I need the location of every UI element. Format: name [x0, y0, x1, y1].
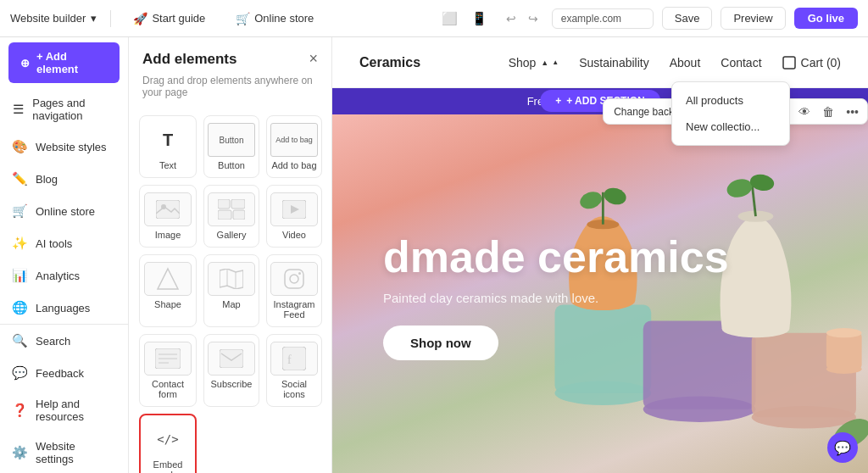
brand-label: Website builder [10, 12, 86, 25]
analytics-icon: 📊 [12, 268, 27, 283]
element-add-to-bag[interactable]: Add to bag Add to bag [266, 115, 322, 178]
nav-link-contact[interactable]: Contact [721, 56, 761, 70]
social-icons-element-icon: f [270, 342, 318, 376]
start-guide-button[interactable]: 🚀 Start guide [125, 8, 214, 30]
element-image[interactable]: Image [139, 185, 197, 248]
chat-icon: 💬 [834, 440, 851, 456]
plus-section-icon: + [555, 95, 561, 107]
map-element-icon [208, 262, 255, 296]
sidebar-item-website-settings[interactable]: ⚙️ Website settings [0, 431, 128, 473]
element-embed-code[interactable]: </> Embed code [139, 414, 197, 473]
svg-rect-20 [282, 347, 306, 370]
nav-link-shop[interactable]: Shop ▲ [509, 56, 559, 70]
desktop-icon: ⬜ [442, 11, 458, 25]
nav-link-sustainability[interactable]: Sustainability [579, 56, 649, 70]
pages-icon: ☰ [12, 102, 24, 117]
store-icon: 🛒 [236, 12, 250, 25]
elements-grid: T Text Button Button Add to bag Add to b… [129, 109, 331, 473]
element-subscribe[interactable]: Subscribe [203, 334, 259, 407]
styles-icon: 🎨 [12, 139, 27, 154]
plus-icon: ⊕ [20, 57, 30, 70]
brand-logo[interactable]: Website builder ▾ [10, 12, 97, 25]
search-icon: 🔍 [12, 333, 27, 348]
redo-button[interactable]: ↪ [523, 8, 543, 29]
contact-form-element-icon [144, 342, 192, 376]
panel-subtitle: Drag and drop elements anywhere on your … [129, 71, 331, 109]
undo-button[interactable]: ↩ [501, 8, 521, 29]
subscribe-element-icon [208, 342, 255, 376]
element-contact-form[interactable]: Contact form [139, 334, 197, 407]
svg-point-14 [298, 272, 301, 275]
website-canvas: Ceramics Shop ▲ Sustainability About Con… [332, 37, 868, 473]
dropdown-all-products[interactable]: All products [672, 87, 789, 114]
toolbar-more-button[interactable]: ••• [841, 100, 864, 124]
dropdown-new-collection[interactable]: New collectio... [672, 114, 789, 140]
svg-marker-8 [158, 269, 178, 289]
sidebar-item-blog[interactable]: ✏️ Blog [0, 163, 128, 195]
nav-cart[interactable]: Cart (0) [782, 56, 841, 70]
rocket-icon: 🚀 [133, 12, 147, 25]
panel-close-button[interactable]: × [309, 51, 318, 66]
main-layout: ⊕ + Add element ☰ Pages and navigation 🎨… [0, 37, 868, 473]
element-image-label: Image [155, 230, 181, 240]
nav-logo: Ceramics [359, 55, 420, 70]
preview-button[interactable]: Preview [721, 7, 785, 30]
add-element-button[interactable]: ⊕ + Add element [8, 42, 120, 83]
save-button[interactable]: Save [662, 7, 713, 30]
element-video-label: Video [282, 230, 306, 240]
shop-now-button[interactable]: Shop now [383, 326, 498, 360]
sidebar-bottom: 🔍 Search 💬 Feedback ❓ Help and resources… [0, 324, 128, 473]
sidebar-item-feedback[interactable]: 💬 Feedback [0, 357, 128, 389]
blog-icon: ✏️ [12, 171, 27, 186]
website-navbar: Ceramics Shop ▲ Sustainability About Con… [332, 37, 868, 88]
nav-link-about[interactable]: About [670, 56, 701, 70]
instagram-element-icon [270, 262, 318, 296]
svg-rect-19 [220, 349, 243, 368]
svg-rect-12 [285, 270, 303, 288]
top-bar-right: ⬜ 📱 ↩ ↪ Save Preview Go live [437, 7, 858, 30]
divider [110, 10, 111, 27]
element-social-icons[interactable]: f Social icons [266, 334, 322, 407]
shape-element-icon [144, 262, 192, 296]
sidebar-item-website-styles[interactable]: 🎨 Website styles [0, 131, 128, 163]
chat-support-button[interactable]: 💬 [827, 432, 858, 463]
sidebar-item-languages[interactable]: 🌐 Languages [0, 292, 128, 324]
element-instagram-feed[interactable]: Instagram Feed [266, 254, 322, 327]
top-bar: Website builder ▾ 🚀 Start guide 🛒 Online… [0, 0, 868, 37]
nav-links: Shop ▲ Sustainability About Contact Car [509, 56, 841, 70]
element-button-label: Button [218, 160, 245, 170]
svg-rect-40 [826, 333, 862, 370]
toolbar-delete-button[interactable]: 🗑 [817, 100, 839, 124]
sidebar-item-ai-tools[interactable]: ✨ AI tools [0, 227, 128, 259]
element-gallery-label: Gallery [217, 230, 247, 240]
image-element-icon [144, 192, 192, 226]
element-shape[interactable]: Shape [139, 254, 197, 327]
sidebar-item-search[interactable]: 🔍 Search [0, 325, 128, 357]
element-text[interactable]: T Text [139, 115, 197, 178]
gallery-element-icon [208, 192, 255, 226]
undo-redo-group: ↩ ↪ [501, 8, 543, 29]
embed-code-element-icon: </> [144, 422, 192, 456]
element-gallery[interactable]: Gallery [203, 185, 259, 248]
sidebar-item-analytics[interactable]: 📊 Analytics [0, 259, 128, 292]
element-video[interactable]: Video [266, 185, 322, 248]
shop-dropdown-icon: ▲ [541, 58, 548, 67]
domain-input[interactable] [552, 8, 654, 29]
store-nav-icon: 🛒 [12, 203, 27, 219]
svg-point-13 [290, 275, 298, 283]
toolbar-visibility-button[interactable]: 👁 [793, 100, 815, 124]
chevron-down-icon: ▾ [91, 12, 97, 25]
svg-text:f: f [287, 353, 292, 366]
mobile-device-button[interactable]: 📱 [466, 8, 492, 30]
element-button[interactable]: Button Button [203, 115, 259, 178]
element-map[interactable]: Map [203, 254, 259, 327]
element-text-label: Text [159, 160, 176, 170]
go-live-button[interactable]: Go live [794, 8, 858, 29]
sidebar-item-online-store[interactable]: 🛒 Online store [0, 195, 128, 227]
desktop-device-button[interactable]: ⬜ [437, 8, 463, 30]
element-subscribe-label: Subscribe [211, 379, 253, 389]
sidebar-item-help-resources[interactable]: ❓ Help and resources [0, 389, 128, 431]
sidebar-item-pages-navigation[interactable]: ☰ Pages and navigation [0, 88, 128, 131]
cart-icon [782, 56, 796, 70]
online-store-button[interactable]: 🛒 Online store [227, 8, 322, 30]
